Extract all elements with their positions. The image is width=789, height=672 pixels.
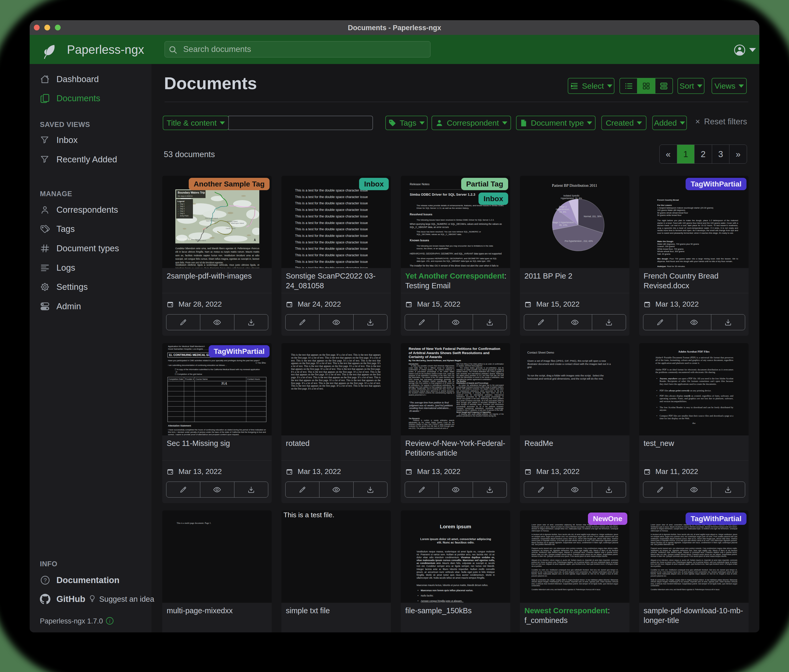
svg-text:Contact Hours: Contact Hours [247,378,260,380]
svg-text:Washington Island: Washington Island [231,223,244,224]
svg-text:Candle Island: Candle Island [226,228,235,229]
svg-text:Six days in BWCA: Six days in BWCA [178,195,193,197]
svg-text:Pre-hypertension , 212, 42%: Pre-hypertension , 212, 42% [565,240,593,242]
svg-text:△: △ [178,203,179,205]
svg-text:Day 3: Day 3 [180,208,185,210]
svg-text:Day 5: Day 5 [180,212,185,215]
svg-text:i: i [109,618,110,624]
svg-text:Boundary Waters Trip: Boundary Waters Trip [178,191,205,194]
svg-text:N\A: N\A [221,382,227,385]
svg-text:Hypertension,: Hypertension, [556,208,570,211]
svg-text:Completion Date: Completion Date [169,378,183,380]
svg-text:Gary Island: Gary Island [206,220,214,221]
svg-text:?: ? [43,577,47,584]
svg-text:65, 13%: 65, 13% [559,224,567,226]
svg-text:Charles Island: Charles Island [196,240,206,241]
svg-text:△: △ [178,208,179,210]
svg-text:△: △ [178,213,179,214]
svg-text:Entry Point: Entry Point [180,215,188,217]
svg-text:Day 1: Day 1 [180,203,185,205]
svg-text:New Found Island: New Found Island [205,217,217,219]
svg-text:Legend: Legend [177,200,185,202]
svg-text:Hypertension, 31, 6%: Hypertension, 31, 6% [561,197,582,200]
svg-text:△: △ [178,210,179,212]
svg-text:Isolated Systolic: Isolated Systolic [563,194,580,197]
svg-text:△: △ [178,205,179,207]
svg-text:○: ○ [178,215,179,217]
svg-text:Stage 1 Hypertension,: Stage 1 Hypertension, [552,221,574,224]
svg-text:Day 2: Day 2 [180,205,185,207]
svg-text:Provider #: Provider # [185,378,194,380]
svg-text:Day 4: Day 4 [180,210,185,212]
svg-text:Patient BP Distribution 2011: Patient BP Distribution 2011 [552,183,597,188]
svg-text:Stage 2: Stage 2 [559,205,567,208]
svg-text:Half Day Island: Half Day Island [227,221,238,222]
svg-text:44, 9%: 44, 9% [559,211,566,213]
svg-text:Normal, 151, 30%: Normal, 151, 30% [584,215,602,218]
svg-text:©2017 Google: ©2017 Google [177,241,185,242]
svg-text:Course Name: Course Name [196,378,208,380]
